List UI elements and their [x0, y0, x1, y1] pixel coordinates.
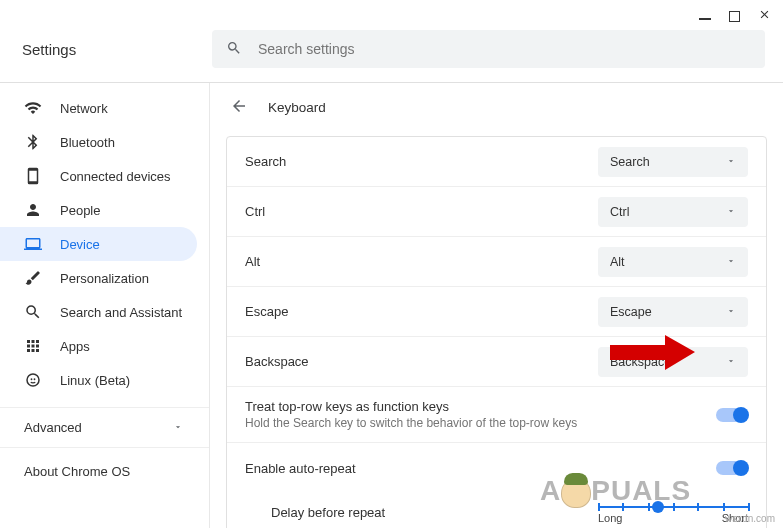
sidebar-item-label: Network [60, 101, 108, 116]
dropdown-value: Search [610, 155, 650, 169]
close-button[interactable] [758, 8, 771, 24]
dropdown-value: Alt [610, 255, 625, 269]
sidebar-item-label: Device [60, 237, 100, 252]
row-label: Backspace [245, 354, 309, 369]
laptop-icon [24, 235, 42, 253]
about-label: About Chrome OS [24, 464, 130, 479]
advanced-toggle[interactable]: Advanced [0, 407, 209, 448]
content-area: Keyboard Search Search Ctrl Ctrl Alt [210, 83, 783, 528]
app-title: Settings [22, 41, 212, 58]
row-backspace-key: Backspace Backspace [227, 337, 766, 387]
row-label: Ctrl [245, 204, 265, 219]
search-input[interactable] [258, 41, 751, 57]
sidebar-item-label: Linux (Beta) [60, 373, 130, 388]
devices-icon [24, 167, 42, 185]
dropdown-escape[interactable]: Escape [598, 297, 748, 327]
row-function-keys: Treat top-row keys as function keys Hold… [227, 387, 766, 443]
page-title: Keyboard [268, 100, 326, 115]
row-label: Delay before repeat [271, 505, 385, 520]
dropdown-ctrl[interactable]: Ctrl [598, 197, 748, 227]
row-label: Treat top-row keys as function keys [245, 399, 577, 414]
slider-min-label: Long [598, 512, 622, 524]
maximize-button[interactable] [729, 11, 740, 22]
slider-delay[interactable] [598, 506, 748, 508]
brush-icon [24, 269, 42, 287]
chevron-down-icon [726, 155, 736, 169]
bluetooth-icon [24, 133, 42, 151]
row-escape-key: Escape Escape [227, 287, 766, 337]
row-alt-key: Alt Alt [227, 237, 766, 287]
row-sublabel: Hold the Search key to switch the behavi… [245, 416, 577, 430]
slider-max-label: Short [722, 512, 748, 524]
chevron-down-icon [726, 305, 736, 319]
row-search-key: Search Search [227, 137, 766, 187]
sidebar-item-label: Bluetooth [60, 135, 115, 150]
minimize-button[interactable] [699, 12, 711, 20]
dropdown-value: Backspace [610, 355, 671, 369]
chevron-down-icon [726, 355, 736, 369]
row-label: Escape [245, 304, 288, 319]
sidebar-item-apps[interactable]: Apps [0, 329, 197, 363]
toggle-auto-repeat[interactable] [716, 461, 748, 475]
sidebar-item-label: People [60, 203, 100, 218]
row-label: Alt [245, 254, 260, 269]
sidebar-item-label: Connected devices [60, 169, 171, 184]
dropdown-backspace[interactable]: Backspace [598, 347, 748, 377]
svg-point-0 [27, 374, 39, 386]
row-auto-repeat: Enable auto-repeat [227, 443, 766, 493]
sidebar-item-linux[interactable]: Linux (Beta) [0, 363, 197, 397]
sidebar-item-personalization[interactable]: Personalization [0, 261, 197, 295]
search-icon [24, 303, 42, 321]
chevron-down-icon [173, 420, 183, 435]
sidebar-item-label: Apps [60, 339, 90, 354]
svg-point-1 [31, 378, 33, 380]
chevron-down-icon [726, 205, 736, 219]
linux-icon [24, 371, 42, 389]
advanced-label: Advanced [24, 420, 82, 435]
row-ctrl-key: Ctrl Ctrl [227, 187, 766, 237]
svg-point-2 [34, 378, 36, 380]
dropdown-search[interactable]: Search [598, 147, 748, 177]
row-label: Search [245, 154, 286, 169]
sidebar-item-search-assistant[interactable]: Search and Assistant [0, 295, 197, 329]
keyboard-settings-card: Search Search Ctrl Ctrl Alt Alt [226, 136, 767, 528]
row-delay-before-repeat: Delay before repeat Long Short [227, 493, 766, 528]
sidebar-item-device[interactable]: Device [0, 227, 197, 261]
sidebar: Network Bluetooth Connected devices Peop… [0, 83, 210, 528]
dropdown-value: Escape [610, 305, 652, 319]
sidebar-item-label: Search and Assistant [60, 305, 182, 320]
search-box[interactable] [212, 30, 765, 68]
dropdown-value: Ctrl [610, 205, 629, 219]
apps-icon [24, 337, 42, 355]
person-icon [24, 201, 42, 219]
row-label: Enable auto-repeat [245, 461, 356, 476]
dropdown-alt[interactable]: Alt [598, 247, 748, 277]
chevron-down-icon [726, 255, 736, 269]
toggle-function-keys[interactable] [716, 408, 748, 422]
sidebar-item-connected-devices[interactable]: Connected devices [0, 159, 197, 193]
sidebar-item-network[interactable]: Network [0, 91, 197, 125]
back-button[interactable] [230, 97, 248, 118]
search-icon [226, 40, 242, 59]
sidebar-item-bluetooth[interactable]: Bluetooth [0, 125, 197, 159]
sidebar-item-label: Personalization [60, 271, 149, 286]
about-link[interactable]: About Chrome OS [0, 448, 209, 479]
wifi-icon [24, 99, 42, 117]
sidebar-item-people[interactable]: People [0, 193, 197, 227]
